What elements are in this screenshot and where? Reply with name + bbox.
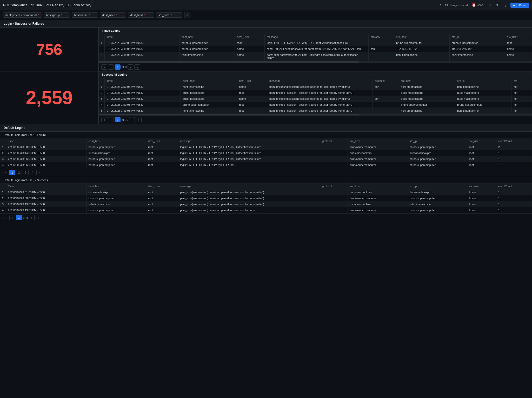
table-row: 2 27/06/2023 3:51:03 PM +0530 ducs-macbo… bbox=[99, 90, 532, 96]
page-1-btn[interactable]: 1 bbox=[16, 215, 22, 220]
clock-icon: ⏰ bbox=[472, 3, 476, 7]
refresh-btn[interactable]: ↻ bbox=[487, 3, 492, 8]
page-1-btn[interactable]: 1 bbox=[9, 170, 15, 175]
col-num bbox=[99, 78, 104, 84]
col-protocol[interactable]: protocol bbox=[320, 183, 348, 189]
col-time[interactable]: Time bbox=[104, 34, 179, 40]
default-login-success-table: Time dest_host dest_user message protoco… bbox=[0, 183, 532, 213]
col-src-host[interactable]: src_host bbox=[348, 183, 407, 189]
last-page-btn[interactable]: » bbox=[36, 215, 41, 220]
col-protocol[interactable]: protocol bbox=[320, 138, 348, 144]
page-1-btn[interactable]: 1 bbox=[115, 64, 121, 70]
failed-logins-table: Time dest_host dest_user message protoco… bbox=[99, 34, 532, 61]
successful-logins-table-panel: Successful Logins Time dest_host dest_us… bbox=[99, 71, 532, 124]
col-src-ip[interactable]: src_ip bbox=[407, 138, 467, 144]
col-dest-user[interactable]: dest_user bbox=[235, 34, 265, 40]
col-src-user[interactable]: src_u bbox=[511, 78, 532, 84]
first-page-btn[interactable]: « bbox=[101, 117, 107, 122]
next-page-btn[interactable]: › bbox=[129, 117, 135, 122]
prev-page-btn[interactable]: ‹ bbox=[9, 215, 15, 220]
page-1-btn[interactable]: 1 bbox=[115, 117, 121, 122]
header-controls: ⏰ -24h ↻ ▼ ⋮ Add Panel bbox=[470, 3, 529, 8]
table-row: 1 27/06/2023 3:51:03 PM +0530 ducs-macbo… bbox=[0, 189, 532, 195]
default-login-success-title: Default Login (root user) - Success bbox=[0, 177, 532, 183]
col-dest-user[interactable]: dest_user bbox=[146, 138, 178, 144]
col-src-user[interactable]: src_user bbox=[467, 183, 496, 189]
col-dest-user[interactable]: dest_user bbox=[146, 183, 178, 189]
col-message[interactable]: message bbox=[267, 78, 373, 84]
filter-src-host[interactable]: src_host bbox=[156, 12, 182, 18]
col-protocol[interactable]: protocol bbox=[373, 78, 399, 84]
col-time[interactable]: Time bbox=[6, 183, 86, 189]
filter-deployment-environment[interactable]: deployment.environment bbox=[3, 12, 42, 18]
prev-page-btn[interactable]: ‹ bbox=[108, 117, 114, 122]
successful-logins-stat: 2,559 bbox=[0, 71, 99, 124]
next-page-btn[interactable]: › bbox=[29, 215, 35, 220]
filter-dest-user[interactable]: dest_user bbox=[100, 12, 126, 18]
share-icon[interactable]: ↗ bbox=[439, 3, 442, 7]
share-menu-btn[interactable]: ⋮ bbox=[502, 3, 508, 8]
col-src-host[interactable]: src_host bbox=[399, 78, 455, 84]
save-status: All changes saved bbox=[444, 4, 468, 7]
col-event-count[interactable]: eventCount bbox=[496, 183, 532, 189]
col-dest-host[interactable]: dest_host bbox=[179, 34, 235, 40]
table-row: 2 27/06/2023 3:49:03 PM +0530 bruno-supe… bbox=[99, 46, 532, 52]
col-dest-host[interactable]: dest_host bbox=[86, 138, 146, 144]
col-num bbox=[99, 34, 104, 40]
page-2-btn[interactable]: 2 bbox=[16, 170, 22, 175]
col-src-ip[interactable]: src_ip bbox=[449, 34, 505, 40]
col-dest-host[interactable]: dest_host bbox=[181, 78, 237, 84]
col-message[interactable]: message bbox=[178, 183, 320, 189]
col-dest-host[interactable]: dest_host bbox=[86, 183, 146, 189]
filter-dest-host[interactable]: dest_host bbox=[128, 12, 154, 18]
col-src-user[interactable]: src_user bbox=[467, 138, 496, 144]
table-row: 4 27/06/2023 3:49:03 PM +0530 bruno-supe… bbox=[0, 207, 532, 213]
time-range-btn[interactable]: ⏰ -24h bbox=[470, 3, 485, 8]
next-page-btn[interactable]: › bbox=[36, 170, 42, 175]
col-src-ip[interactable]: src_ip bbox=[455, 78, 511, 84]
filter-btn[interactable]: ▼ bbox=[494, 3, 500, 8]
filter-host-name[interactable]: host.name bbox=[72, 12, 98, 18]
page-4-btn[interactable]: 4 bbox=[30, 170, 35, 175]
add-panel-btn[interactable]: Add Panel bbox=[510, 3, 529, 8]
table-row: 3 27/06/2023 3:49:03 PM +0530 rishi-time… bbox=[0, 201, 532, 207]
section-login-success-failure: Login - Success or Failures bbox=[0, 20, 532, 28]
first-page-btn[interactable]: « bbox=[3, 170, 8, 175]
col-message[interactable]: message bbox=[264, 34, 368, 40]
col-protocol[interactable]: protocol bbox=[368, 34, 394, 40]
default-login-failure-title: Default Login (root user) - Failure bbox=[0, 132, 532, 138]
page-3-btn[interactable]: 3 bbox=[23, 170, 29, 175]
failed-logins-pagination: « ‹ 1 of 8 › » bbox=[99, 63, 532, 71]
page-title: PCI Compliance For Linux - PCI Req 02, 1… bbox=[3, 3, 436, 7]
app-header: PCI Compliance For Linux - PCI Req 02, 1… bbox=[0, 0, 532, 10]
col-time[interactable]: Time bbox=[104, 78, 181, 84]
table-row: 1 27/06/2023 3:50:03 PM +0530 bruno-supe… bbox=[99, 40, 532, 46]
table-row: 5 27/06/2023 3:49:03 PM +0530 rishi-time… bbox=[99, 108, 532, 114]
table-row: 1 27/06/2023 3:50:03 PM +0530 bruno-supe… bbox=[0, 144, 532, 150]
default-login-failure-section: Default Login (root user) - Failure Time… bbox=[0, 132, 532, 177]
first-page-btn[interactable]: « bbox=[101, 64, 107, 70]
add-filter-btn[interactable]: + bbox=[184, 12, 190, 18]
col-num bbox=[0, 183, 6, 189]
col-time[interactable]: Time bbox=[6, 138, 86, 144]
failed-logins-table-title: Failed Logins bbox=[99, 28, 532, 34]
last-page-btn[interactable]: » bbox=[134, 64, 140, 70]
col-src-host[interactable]: src_host bbox=[348, 138, 407, 144]
prev-page-btn[interactable]: ‹ bbox=[108, 64, 114, 70]
default-success-pagination: « ‹ 1 of 8 › » bbox=[0, 213, 532, 222]
col-message[interactable]: message bbox=[178, 138, 320, 144]
last-page-btn[interactable]: » bbox=[136, 117, 142, 122]
col-src-ip[interactable]: src_ip bbox=[407, 183, 467, 189]
next-page-btn[interactable]: › bbox=[128, 64, 133, 70]
col-event-count[interactable]: eventCount bbox=[496, 138, 532, 144]
filter-bar: deployment.environment host.group host.n… bbox=[0, 10, 532, 20]
col-src-user[interactable]: src_user bbox=[505, 34, 532, 40]
col-dest-user[interactable]: dest_user bbox=[237, 78, 267, 84]
col-src-host[interactable]: src_host bbox=[394, 34, 449, 40]
first-page-btn[interactable]: « bbox=[3, 215, 8, 220]
successful-logins-table: Time dest_host dest_user message protoco… bbox=[99, 78, 532, 114]
table-row: 1 27/06/2023 3:51:03 PM +0530 rishi-time… bbox=[99, 84, 532, 90]
successful-logins-panel: 2,559 Successful Logins Time dest_host d… bbox=[0, 71, 532, 124]
filter-host-group[interactable]: host.group bbox=[44, 12, 70, 18]
table-row: 4 27/06/2023 3:36:03 PM +0530 bruno-supe… bbox=[0, 162, 532, 168]
